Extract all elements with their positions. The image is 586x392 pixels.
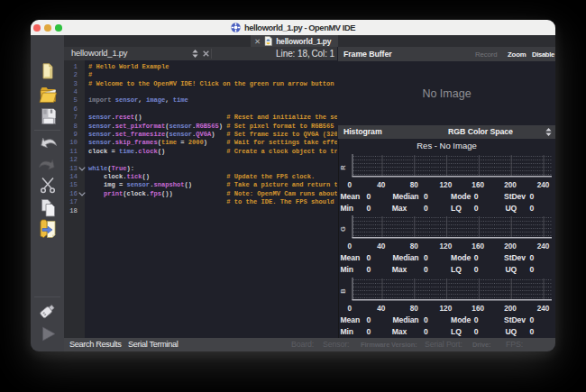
svg-text:0: 0 — [424, 203, 428, 212]
svg-text:0: 0 — [474, 315, 479, 324]
svg-text:160: 160 — [472, 242, 484, 251]
svg-text:UQ: UQ — [505, 326, 517, 335]
svg-text:R: R — [339, 164, 347, 169]
svg-text:0: 0 — [367, 191, 371, 200]
svg-text:120: 120 — [440, 180, 453, 188]
svg-text:0: 0 — [367, 326, 371, 335]
svg-text:0: 0 — [530, 191, 535, 200]
svg-text:0: 0 — [530, 253, 535, 262]
svg-text:Mean: Mean — [341, 191, 361, 200]
svg-text:LQ: LQ — [451, 265, 462, 274]
svg-text:40: 40 — [377, 304, 386, 312]
svg-text:Min: Min — [341, 326, 354, 335]
svg-text:Mean: Mean — [341, 315, 361, 324]
svg-text:Mode: Mode — [451, 191, 471, 200]
svg-text:0: 0 — [530, 326, 535, 335]
svg-text:Median: Median — [393, 253, 419, 262]
svg-text:StDev: StDev — [504, 191, 526, 200]
svg-text:StDev: StDev — [504, 253, 526, 262]
svg-text:0: 0 — [424, 265, 428, 274]
svg-text:80: 80 — [410, 180, 419, 188]
svg-text:0: 0 — [530, 315, 535, 324]
svg-text:0: 0 — [367, 203, 371, 212]
svg-text:0: 0 — [424, 253, 428, 262]
svg-text:80: 80 — [410, 304, 419, 312]
svg-text:240: 240 — [537, 242, 550, 251]
svg-text:0: 0 — [367, 265, 371, 274]
svg-text:StDev: StDev — [504, 315, 526, 324]
svg-text:0: 0 — [530, 265, 535, 274]
svg-text:0: 0 — [474, 203, 479, 212]
svg-text:0: 0 — [530, 203, 535, 212]
svg-text:Min: Min — [341, 265, 354, 274]
svg-text:0: 0 — [347, 180, 352, 188]
svg-text:120: 120 — [440, 304, 453, 312]
svg-text:LQ: LQ — [451, 326, 462, 335]
svg-text:Median: Median — [393, 315, 419, 324]
svg-text:0: 0 — [474, 191, 479, 200]
svg-text:0: 0 — [367, 253, 371, 262]
svg-text:0: 0 — [424, 191, 428, 200]
svg-text:Median: Median — [393, 191, 419, 200]
svg-text:0: 0 — [474, 265, 479, 274]
svg-text:0: 0 — [367, 315, 371, 324]
svg-text:240: 240 — [537, 180, 550, 188]
svg-text:160: 160 — [472, 304, 484, 312]
svg-text:0: 0 — [347, 242, 352, 251]
svg-text:0: 0 — [474, 253, 479, 262]
svg-text:40: 40 — [377, 180, 386, 188]
svg-text:120: 120 — [440, 242, 453, 251]
svg-text:UQ: UQ — [505, 203, 517, 212]
svg-text:80: 80 — [410, 242, 419, 251]
svg-text:0: 0 — [474, 326, 479, 335]
svg-text:200: 200 — [504, 304, 517, 312]
svg-text:200: 200 — [504, 180, 517, 188]
svg-text:0: 0 — [347, 304, 352, 312]
svg-text:Mode: Mode — [451, 315, 471, 324]
svg-text:Mode: Mode — [451, 253, 471, 262]
svg-text:Max: Max — [392, 265, 407, 274]
svg-text:Max: Max — [392, 326, 407, 335]
svg-text:Min: Min — [341, 203, 354, 212]
svg-text:Max: Max — [392, 203, 407, 212]
svg-text:0: 0 — [424, 315, 428, 324]
svg-text:UQ: UQ — [505, 265, 517, 274]
svg-text:B: B — [339, 288, 347, 294]
svg-text:0: 0 — [424, 326, 428, 335]
svg-text:Mean: Mean — [341, 253, 361, 262]
svg-text:160: 160 — [472, 180, 484, 188]
svg-text:G: G — [339, 226, 347, 232]
svg-text:240: 240 — [537, 304, 550, 312]
svg-text:LQ: LQ — [451, 203, 462, 212]
svg-text:40: 40 — [377, 242, 386, 251]
svg-text:200: 200 — [504, 242, 517, 251]
